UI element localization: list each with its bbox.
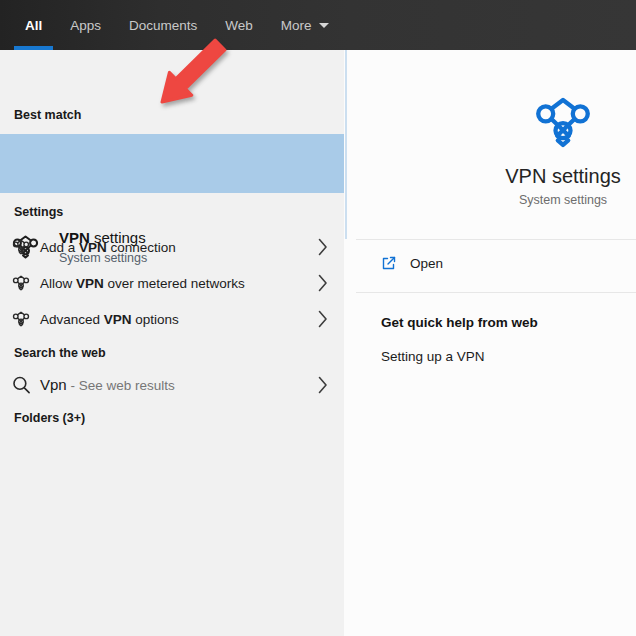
chevron-right-icon[interactable] (318, 238, 328, 256)
divider (356, 292, 636, 293)
folders-section-label: Folders (3+) (14, 411, 85, 425)
result-web-search-vpn[interactable]: Vpn - See web results (0, 367, 344, 403)
tab-all-label: All (25, 18, 42, 33)
open-command-button[interactable]: Open (344, 240, 636, 292)
result-preview-panel: VPN settings System settings Open Get qu… (344, 50, 636, 636)
result-label-strong: VPN (79, 240, 107, 255)
vpn-icon (12, 275, 30, 291)
search-flyout: All Apps Documents Web More Best match V… (0, 0, 636, 636)
tab-web[interactable]: Web (225, 0, 253, 50)
vpn-icon (12, 311, 30, 327)
open-external-icon (381, 255, 397, 271)
best-match-section-label: Best match (14, 108, 81, 122)
result-label-pre: Advanced (40, 312, 104, 327)
search-web-section-label: Search the web (14, 346, 106, 360)
panel-edge-highlight (345, 50, 347, 239)
search-icon (12, 376, 31, 395)
chevron-down-icon (319, 23, 329, 28)
vpn-icon (12, 239, 30, 255)
chevron-right-icon[interactable] (318, 376, 328, 394)
web-search-text: Vpn - See web results (40, 376, 175, 393)
open-command-label: Open (410, 256, 443, 271)
result-allow-vpn-metered[interactable]: Allow VPN over metered networks (0, 265, 344, 301)
result-label-post: connection (107, 240, 176, 255)
chevron-right-icon[interactable] (318, 274, 328, 292)
web-search-suffix: - See web results (67, 378, 175, 393)
quick-help-link-setting-up-vpn[interactable]: Setting up a VPN (381, 349, 485, 364)
best-match-result-vpn-settings[interactable]: VPN settings System settings (0, 134, 344, 193)
tab-more-label: More (281, 18, 312, 33)
web-search-query: Vpn (40, 376, 67, 393)
result-label: Add a VPN connection (40, 240, 176, 255)
result-label: Advanced VPN options (40, 312, 179, 327)
settings-section-label: Settings (14, 205, 63, 219)
result-label-strong: VPN (104, 312, 132, 327)
tab-all[interactable]: All (25, 0, 42, 50)
result-label-strong: VPN (76, 276, 104, 291)
chevron-right-icon[interactable] (318, 310, 328, 328)
tab-more[interactable]: More (281, 0, 329, 50)
result-label-pre: Add a (40, 240, 79, 255)
search-results-panel: Best match VPN settings System settings … (0, 50, 344, 636)
tab-documents-label: Documents (129, 18, 197, 33)
preview-title: VPN settings (505, 165, 621, 188)
preview-subtitle: System settings (519, 193, 607, 207)
result-label-post: options (132, 312, 179, 327)
search-filter-tabbar: All Apps Documents Web More (0, 0, 636, 50)
tab-web-label: Web (225, 18, 253, 33)
result-label: Allow VPN over metered networks (40, 276, 245, 291)
tab-apps-label: Apps (70, 18, 101, 33)
vpn-icon (534, 96, 592, 149)
result-label-post: over metered networks (104, 276, 245, 291)
result-label-pre: Allow (40, 276, 76, 291)
quick-help-header: Get quick help from web (381, 315, 538, 330)
tab-documents[interactable]: Documents (129, 0, 197, 50)
tab-apps[interactable]: Apps (70, 0, 101, 50)
result-advanced-vpn-options[interactable]: Advanced VPN options (0, 301, 344, 337)
result-add-vpn-connection[interactable]: Add a VPN connection (0, 229, 344, 265)
